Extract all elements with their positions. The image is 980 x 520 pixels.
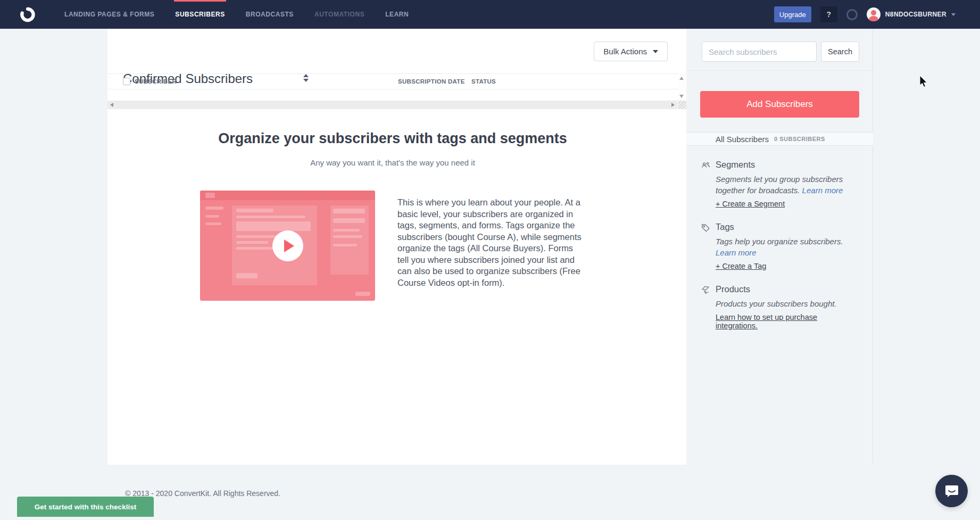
- purchase-integrations-link[interactable]: Learn how to set up purchase integration…: [716, 313, 859, 330]
- svg-text:$: $: [705, 290, 707, 293]
- help-button[interactable]: ?: [820, 6, 837, 22]
- upgrade-button[interactable]: Upgrade: [774, 6, 811, 22]
- account-menu[interactable]: N8NDOCSBURNER: [867, 7, 956, 21]
- search-button[interactable]: Search: [821, 42, 859, 62]
- empty-state-title: Organize your subscribers with tags and …: [107, 130, 678, 147]
- bulk-actions-label: Bulk Actions: [603, 47, 647, 56]
- mouse-cursor: [919, 75, 928, 89]
- all-subscribers-filter[interactable]: All Subscribers 0 SUBSCRIBERS: [686, 132, 873, 146]
- create-tag-link[interactable]: + Create a Tag: [716, 262, 766, 270]
- nav-item-learn[interactable]: LEARN: [385, 0, 409, 29]
- nav-item-landing-pages-forms[interactable]: LANDING PAGES & FORMS: [64, 0, 154, 29]
- section-title-tags[interactable]: Tags: [716, 222, 859, 232]
- sidebar-section-tags: Tags Tags help you organize subscribers.…: [701, 222, 859, 271]
- column-header-status[interactable]: STATUS: [471, 78, 496, 85]
- convertkit-logo-icon[interactable]: [20, 7, 35, 22]
- sidebar-section-products: $ Products Products your subscribers bou…: [701, 284, 859, 331]
- nav-item-automations[interactable]: AUTOMATIONS: [314, 0, 364, 29]
- search-section: Search: [686, 29, 873, 71]
- subscriber-table-header: SUBSCRIBER SUBSCRIPTION DATE STATUS: [107, 73, 678, 89]
- learn-more-link[interactable]: Learn more: [716, 248, 757, 257]
- tag-icon: [701, 222, 711, 233]
- section-title-segments[interactable]: Segments: [716, 160, 859, 170]
- chevron-down-icon: [951, 13, 956, 16]
- select-all-checkbox[interactable]: [123, 78, 130, 85]
- column-header-subscription-date[interactable]: SUBSCRIPTION DATE: [398, 78, 465, 85]
- nav-right-group: Upgrade ? N8NDOCSBURNER: [774, 0, 956, 29]
- chevron-down-icon: [653, 50, 658, 53]
- section-desc-tags: Tags help you organize subscribers. Lear…: [716, 236, 859, 258]
- sidebar-sections: Segments Segments let you group subscrib…: [701, 160, 859, 344]
- status-ring-icon[interactable]: [846, 9, 858, 20]
- top-nav: LANDING PAGES & FORMS SUBSCRIBERS BROADC…: [0, 0, 980, 29]
- add-subscribers-button[interactable]: Add Subscribers: [700, 91, 859, 118]
- empty-state-subtitle: Any way you want it, that's the way you …: [107, 158, 678, 167]
- section-title-products[interactable]: Products: [716, 284, 859, 294]
- username: N8NDOCSBURNER: [885, 11, 946, 18]
- product-tag-icon: $: [701, 285, 711, 295]
- primary-nav: LANDING PAGES & FORMS SUBSCRIBERS BROADC…: [64, 0, 409, 29]
- scrollbar-resize-corner[interactable]: [678, 101, 686, 109]
- section-desc-segments: Segments let you group subscribers toget…: [716, 174, 859, 196]
- play-button-icon[interactable]: [272, 230, 303, 261]
- chat-bubble-icon: [944, 483, 960, 499]
- avatar: [867, 7, 881, 21]
- sidebar: Search Add Subscribers All Subscribers 0…: [686, 29, 873, 465]
- video-thumbnail[interactable]: [200, 191, 375, 301]
- all-subscribers-label: All Subscribers: [716, 135, 769, 144]
- column-header-subscriber[interactable]: SUBSCRIBER: [135, 78, 177, 85]
- search-input[interactable]: [702, 42, 817, 62]
- learn-more-link[interactable]: Learn more: [802, 186, 843, 195]
- bulk-actions-button[interactable]: Bulk Actions: [594, 42, 668, 61]
- section-desc-products: Products your subscribers bought.: [716, 298, 859, 309]
- subscriber-count-badge: 0 SUBSCRIBERS: [774, 136, 825, 142]
- empty-state-description: This is where you learn about your peopl…: [397, 197, 586, 288]
- horizontal-scrollbar[interactable]: [107, 101, 677, 109]
- get-started-checklist-button[interactable]: Get started with this checklist: [17, 497, 154, 517]
- nav-item-broadcasts[interactable]: BROADCASTS: [246, 0, 294, 29]
- sidebar-section-segments: Segments Segments let you group subscrib…: [701, 160, 859, 209]
- nav-item-subscribers[interactable]: SUBSCRIBERS: [175, 0, 225, 29]
- segments-icon: [701, 160, 711, 170]
- subscribers-panel: Confirmed Subscribers Bulk Actions SUBSC…: [107, 29, 686, 465]
- chat-launcher-button[interactable]: [935, 475, 968, 507]
- create-segment-link[interactable]: + Create a Segment: [716, 200, 785, 208]
- vertical-scrollbar[interactable]: [678, 74, 686, 101]
